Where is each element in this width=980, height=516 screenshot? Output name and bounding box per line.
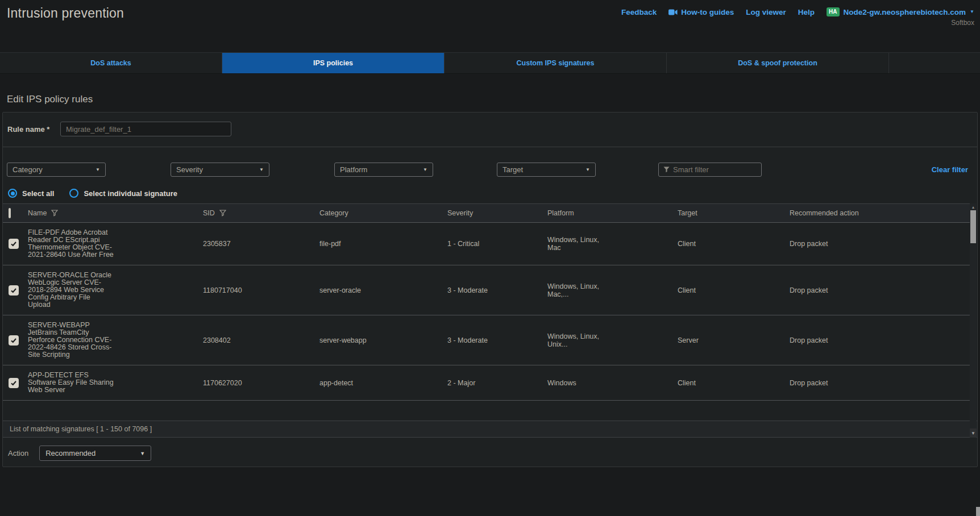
- rule-name-row: Rule name *: [3, 122, 977, 138]
- action-row: Action Recommended ▼: [8, 446, 151, 461]
- feedback-link[interactable]: Feedback: [621, 8, 657, 16]
- hostname-menu[interactable]: HA Node2-gw.neospherebiotech.com ▼: [827, 7, 974, 16]
- scrollbar-up-arrow-icon[interactable]: ▲: [970, 203, 977, 210]
- tab-dos-spoof-protection[interactable]: DoS & spoof protection: [667, 53, 889, 73]
- matching-signatures-count: List of matching signatures [ 1 - 150 of…: [10, 425, 152, 433]
- signature-sid: 2308402: [201, 336, 317, 344]
- rule-name-input[interactable]: [60, 122, 231, 136]
- column-header-category: Category: [317, 209, 445, 217]
- tab-ips-policies[interactable]: IPS policies: [222, 53, 445, 73]
- filter-funnel-icon[interactable]: [51, 210, 58, 217]
- hostname-label: Node2-gw.neospherebiotech.com: [844, 8, 966, 16]
- column-header-platform: Platform: [545, 209, 675, 217]
- scrollbar-down-arrow-icon[interactable]: ▼: [970, 428, 977, 438]
- severity-dropdown[interactable]: Severity ▼: [171, 163, 269, 177]
- signature-severity: 3 - Moderate: [445, 286, 545, 294]
- column-header-recommended-action: Recommended action: [787, 209, 970, 217]
- radio-unselected-icon: [69, 189, 78, 198]
- radio-selected-icon: [8, 189, 17, 198]
- action-select[interactable]: Recommended ▼: [39, 446, 151, 461]
- filter-funnel-icon: [663, 167, 670, 173]
- signature-platform: Windows, Linux, Mac,...: [547, 282, 602, 298]
- howto-guides-link[interactable]: How-to guides: [668, 8, 734, 16]
- signature-platform: Windows, Linux, Unix...: [547, 332, 602, 348]
- table-row[interactable]: SERVER-WEBAPP JetBrains TeamCity Perforc…: [3, 315, 970, 365]
- smart-filter-input[interactable]: [673, 165, 757, 174]
- tab-bar: DoS attacks IPS policies Custom IPS sign…: [0, 52, 980, 74]
- row-checkbox[interactable]: [9, 239, 19, 249]
- signature-name: SERVER-ORACLE Oracle WebLogic Server CVE…: [28, 265, 114, 315]
- signature-severity: 3 - Moderate: [445, 336, 545, 344]
- row-checkbox[interactable]: [9, 285, 19, 296]
- divider: [3, 147, 977, 147]
- signature-target: Server: [675, 336, 787, 344]
- tab-custom-ips-signatures[interactable]: Custom IPS signatures: [445, 53, 667, 73]
- action-selected-value: Recommended: [45, 449, 95, 457]
- signature-name: SERVER-WEBAPP JetBrains TeamCity Perforc…: [28, 315, 114, 365]
- column-header-severity: Severity: [445, 209, 545, 217]
- section-title: Edit IPS policy rules: [7, 94, 93, 105]
- feedback-link-label: Feedback: [621, 8, 657, 16]
- intrusion-prevention-page: { "header": { "title": "Intrusion preven…: [0, 0, 980, 516]
- signature-name: APP-DETECT EFS Software Easy File Sharin…: [28, 365, 114, 400]
- signature-action: Drop packet: [787, 286, 970, 294]
- tab-dos-attacks[interactable]: DoS attacks: [0, 53, 222, 73]
- signature-category: server-webapp: [317, 336, 445, 344]
- scrollbar-thumb[interactable]: [970, 210, 976, 243]
- edit-ips-policy-panel: Rule name * Category ▼ Severity ▼ Platfo…: [2, 112, 978, 467]
- signatures-table: Name SID Category Severity Platform Targ…: [3, 203, 977, 438]
- category-dropdown[interactable]: Category ▼: [7, 163, 106, 177]
- table-scrollbar[interactable]: ▲ ▼: [970, 203, 977, 438]
- signature-sid: 1170627020: [201, 379, 317, 387]
- signature-platform: Windows: [547, 379, 602, 387]
- column-header-name: Name: [28, 209, 47, 217]
- table-header-row: Name SID Category Severity Platform Targ…: [3, 203, 970, 223]
- video-camera-icon: [668, 9, 678, 15]
- filter-funnel-icon[interactable]: [219, 210, 226, 217]
- page-scrollbar-thumb[interactable]: [976, 507, 980, 516]
- select-all-checkbox[interactable]: [9, 208, 11, 218]
- page-title: Intrusion prevention: [7, 6, 124, 21]
- chevron-down-icon: ▼: [970, 10, 974, 14]
- table-row[interactable]: FILE-PDF Adobe Acrobat Reader DC EScript…: [3, 223, 970, 265]
- signature-category: server-oracle: [317, 286, 445, 294]
- filter-row: Category ▼ Severity ▼ Platform ▼ Target …: [3, 163, 977, 177]
- smart-filter-field: [658, 163, 762, 177]
- log-viewer-link[interactable]: Log viewer: [746, 8, 786, 16]
- signature-category: file-pdf: [317, 240, 445, 248]
- table-footer: List of matching signatures [ 1 - 150 of…: [3, 421, 977, 438]
- select-individual-radio[interactable]: Select individual signature: [69, 189, 177, 198]
- chevron-down-icon: ▼: [259, 167, 264, 172]
- chevron-down-icon: ▼: [585, 167, 590, 172]
- target-dropdown[interactable]: Target ▼: [497, 163, 596, 177]
- tab-bar-filler: [889, 53, 980, 73]
- signature-target: Client: [675, 240, 787, 248]
- log-viewer-label: Log viewer: [746, 8, 786, 16]
- signature-severity: 2 - Major: [445, 379, 545, 387]
- table-row[interactable]: SERVER-ORACLE Oracle WebLogic Server CVE…: [3, 265, 970, 315]
- table-body: FILE-PDF Adobe Acrobat Reader DC EScript…: [3, 223, 970, 421]
- signature-sid: 1180717040: [201, 286, 317, 294]
- help-link[interactable]: Help: [798, 8, 815, 16]
- signature-severity: 1 - Critical: [445, 240, 545, 248]
- row-checkbox[interactable]: [9, 335, 19, 346]
- chevron-down-icon: ▼: [95, 167, 100, 172]
- action-label: Action: [8, 449, 28, 457]
- select-all-radio[interactable]: Select all: [8, 189, 54, 198]
- signature-action: Drop packet: [787, 240, 970, 248]
- column-header-target: Target: [675, 209, 787, 217]
- row-checkbox[interactable]: [9, 378, 19, 388]
- signature-category: app-detect: [317, 379, 445, 387]
- chevron-down-icon: ▼: [140, 451, 145, 456]
- signature-platform: Windows, Linux, Mac: [547, 236, 602, 252]
- account-name: Softbox: [951, 19, 974, 27]
- signature-selection-options: Select all Select individual signature: [8, 189, 177, 198]
- column-header-sid: SID: [203, 209, 215, 217]
- chevron-down-icon: ▼: [423, 167, 427, 172]
- clear-filter-link[interactable]: Clear filter: [932, 165, 968, 174]
- header-utility-links: Feedback How-to guides Log viewer Help H…: [621, 7, 974, 16]
- table-row[interactable]: APP-DETECT EFS Software Easy File Sharin…: [3, 365, 970, 401]
- signature-name: FILE-PDF Adobe Acrobat Reader DC EScript…: [28, 223, 114, 265]
- platform-dropdown[interactable]: Platform ▼: [334, 163, 433, 177]
- rule-name-label: Rule name *: [7, 125, 49, 134]
